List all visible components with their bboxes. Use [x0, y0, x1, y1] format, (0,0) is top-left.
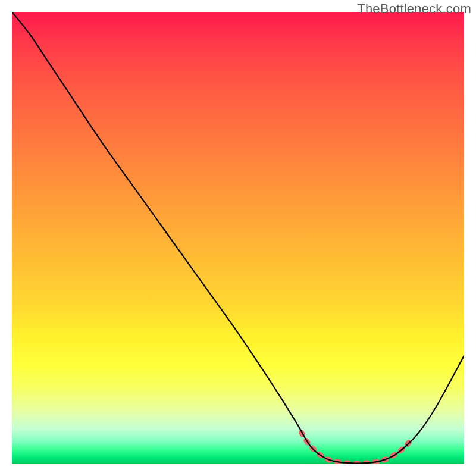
bottleneck-curve: [12, 12, 464, 464]
chart-container: TheBottleneck.com: [0, 0, 476, 476]
curve-svg: [12, 12, 464, 464]
optimal-highlight-curve: [301, 433, 409, 464]
watermark-text: TheBottleneck.com: [357, 1, 471, 17]
plot-area: [12, 12, 464, 464]
